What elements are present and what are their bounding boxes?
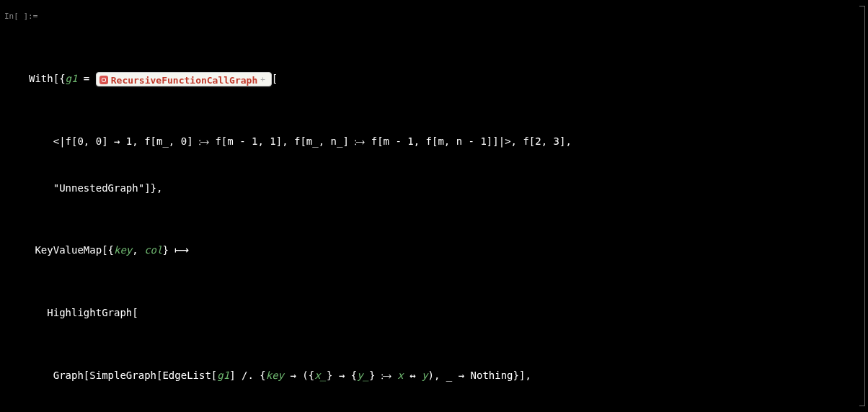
var-col: col (144, 244, 162, 256)
code-line: Graph[SimpleGraph[EdgeList[g1] /. {key →… (29, 368, 854, 384)
code-line: HighlightGraph[ (29, 305, 854, 321)
pattern-x: x_ (314, 370, 327, 381)
in-label: In[ ]:= (4, 10, 37, 22)
code-line: With[{g1 = RecursiveFunctionCallGraph+[ (29, 71, 854, 87)
pattern-y: y_ (357, 370, 369, 381)
resource-icon (99, 76, 108, 84)
resource-fn-name: RecursiveFunctionCallGraph (111, 74, 258, 85)
code-line: "UnnestedGraph"]}, (29, 181, 854, 197)
code-line: KeyValueMap[{key, col} ⟼ (29, 243, 854, 259)
var-key: key (266, 370, 284, 381)
var-key: key (114, 244, 132, 256)
input-cell[interactable]: In[ ]:= With[{g1 = RecursiveFunctionCall… (0, 6, 868, 412)
cell-bracket[interactable] (859, 6, 865, 406)
var-x: x (397, 370, 403, 381)
var-g1: g1 (66, 73, 78, 84)
var-g1: g1 (217, 370, 229, 381)
code-line: <|f[0, 0] → 1, f[m_, 0] ⧴ f[m - 1, 1], f… (29, 134, 854, 150)
expand-icon[interactable]: + (260, 75, 265, 84)
var-y: y (422, 370, 428, 381)
resource-function-box[interactable]: RecursiveFunctionCallGraph+ (96, 72, 272, 87)
